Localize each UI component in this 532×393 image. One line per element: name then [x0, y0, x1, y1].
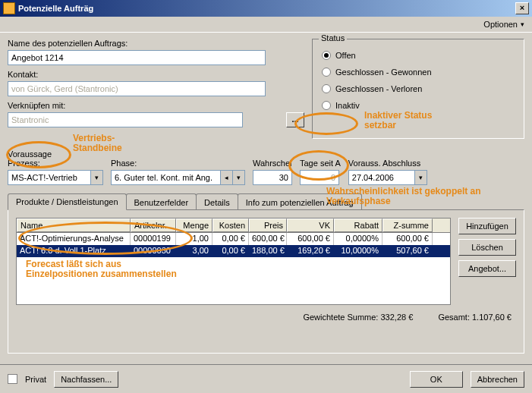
- privat-checkbox[interactable]: [8, 374, 17, 384]
- ok-button[interactable]: OK: [410, 371, 463, 388]
- abschluss-date[interactable]: ▾: [348, 170, 427, 185]
- chevron-down-icon[interactable]: ▾: [233, 170, 245, 185]
- radio-icon: [322, 51, 331, 60]
- col-menge[interactable]: Menge: [176, 219, 212, 232]
- cell-name: ACT! 6.0 d. Voll 1-Platz: [17, 245, 131, 257]
- status-gewonnen[interactable]: Geschlossen - Gewonnen: [320, 64, 516, 80]
- options-menu-label: Optionen: [483, 20, 518, 29]
- prozess-value[interactable]: [8, 170, 91, 185]
- tab-panel: Name Artikelnr. Menge Kosten Preis VK Ra…: [8, 209, 524, 354]
- chevron-down-icon[interactable]: ▾: [91, 170, 103, 185]
- cell-zsumme: 507,60 €: [382, 245, 433, 257]
- cell-rabatt: 0,0000%: [334, 233, 382, 245]
- hinzufuegen-button[interactable]: Hinzufügen: [458, 218, 516, 234]
- close-icon[interactable]: ×: [515, 2, 529, 14]
- col-artnr[interactable]: Artikelnr.: [131, 219, 176, 232]
- tab-strip: Produkte / Dienstleistungen Benutzerfeld…: [8, 193, 524, 210]
- status-group: Status Offen Geschlossen - Gewonnen Gesc…: [312, 39, 524, 139]
- dialog-buttons: Privat Nachfassen... OK Abbrechen: [0, 364, 532, 393]
- chevron-down-icon[interactable]: ▾: [415, 170, 427, 185]
- gewichtete-summe: Gewichtete Summe: 332,28 €: [303, 313, 413, 322]
- totals-row: Gewichtete Summe: 332,28 € Gesamt: 1.107…: [16, 305, 516, 322]
- col-rabatt[interactable]: Rabatt: [334, 219, 382, 232]
- prozess-label2: Prozess:: [8, 159, 40, 168]
- chevron-left-icon[interactable]: ◂: [221, 170, 233, 185]
- verknuepfen-label: Verknüpfen mit:: [8, 101, 282, 110]
- gesamt-summe: Gesamt: 1.107,60 €: [438, 313, 512, 322]
- status-inaktiv-label: Inaktiv: [335, 101, 360, 110]
- prozess-label1: Voraussage: [8, 149, 52, 159]
- kontakt-input: [8, 81, 266, 96]
- cell-rabatt: 10,0000%: [334, 245, 382, 257]
- options-menu[interactable]: Optionen ▾: [480, 18, 527, 30]
- radio-icon: [322, 101, 331, 110]
- status-gewonnen-label: Geschlossen - Gewonnen: [335, 68, 432, 77]
- cancel-button[interactable]: Abbrechen: [471, 371, 524, 388]
- privat-label: Privat: [25, 375, 46, 384]
- nachfassen-button[interactable]: Nachfassen...: [54, 371, 118, 388]
- status-verloren-label: Geschlossen - Verloren: [335, 84, 422, 93]
- cell-preis: 600,00 €: [249, 233, 287, 245]
- tage-label: Tage seit A: [300, 159, 341, 168]
- phase-select[interactable]: ◂ ▾: [111, 170, 245, 185]
- col-zsumme[interactable]: Z-summe: [382, 219, 433, 232]
- col-kosten[interactable]: Kosten: [212, 219, 249, 232]
- phase-value[interactable]: [111, 170, 221, 185]
- loeschen-button[interactable]: Löschen: [458, 239, 516, 256]
- kontakt-label: Kontakt:: [8, 70, 304, 79]
- tab-benutzerfelder[interactable]: Benutzerfelder: [126, 193, 197, 210]
- col-name[interactable]: Name: [17, 219, 131, 232]
- cell-kosten: 0,00 €: [212, 233, 249, 245]
- radio-icon: [322, 68, 331, 77]
- abschluss-label: Vorauss. Abschluss: [348, 159, 427, 168]
- verknuepfen-input: [8, 112, 243, 127]
- products-grid[interactable]: Name Artikelnr. Menge Kosten Preis VK Ra…: [16, 218, 451, 305]
- table-row[interactable]: ACT!-Optimierungs-Analyse000001991,000,0…: [17, 233, 450, 245]
- cell-menge: 1,00: [176, 233, 212, 245]
- status-offen[interactable]: Offen: [320, 47, 516, 64]
- chevron-down-icon: ▾: [521, 20, 524, 28]
- verknuepfen-browse-button[interactable]: ...: [286, 112, 304, 127]
- app-icon: [3, 2, 15, 14]
- wahrscheinlichkeit-input[interactable]: [253, 170, 292, 185]
- cell-preis: 188,00 €: [249, 245, 287, 257]
- abschluss-value[interactable]: [348, 170, 415, 185]
- cell-vk: 169,20 €: [287, 245, 334, 257]
- menu-bar: Optionen ▾: [0, 17, 532, 33]
- tage-input: [300, 170, 339, 185]
- wahrsch-label: Wahrschei: [253, 159, 292, 168]
- table-row[interactable]: ACT! 6.0 d. Voll 1-Platz000000303,000,00…: [17, 245, 450, 257]
- cell-kosten: 0,00 €: [212, 245, 249, 257]
- cell-name: ACT!-Optimierungs-Analyse: [17, 233, 131, 245]
- status-offen-label: Offen: [335, 51, 356, 60]
- tab-info[interactable]: Info zum potenziellen Auftrag: [238, 193, 362, 210]
- prozess-select[interactable]: ▾: [8, 170, 103, 185]
- cell-zsumme: 600,00 €: [382, 233, 433, 245]
- cell-artnr: 00000030: [131, 245, 176, 257]
- window-title: Potenzielle Aufträg: [18, 4, 93, 13]
- status-verloren[interactable]: Geschlossen - Verloren: [320, 80, 516, 97]
- status-inaktiv[interactable]: Inaktiv: [320, 97, 516, 114]
- name-label: Name des potenziellen Auftrags:: [8, 39, 304, 48]
- status-legend: Status: [319, 33, 347, 42]
- cell-artnr: 00000199: [131, 233, 176, 245]
- angebot-button[interactable]: Angebot...: [458, 260, 516, 277]
- radio-icon: [322, 84, 331, 93]
- cell-vk: 600,00 €: [287, 233, 334, 245]
- col-preis[interactable]: Preis: [249, 219, 287, 232]
- phase-label: Phase:: [111, 159, 245, 168]
- title-bar: Potenzielle Aufträg ×: [0, 0, 532, 17]
- tab-details[interactable]: Details: [196, 193, 238, 210]
- cell-menge: 3,00: [176, 245, 212, 257]
- col-vk[interactable]: VK: [287, 219, 334, 232]
- tab-produkte[interactable]: Produkte / Dienstleistungen: [8, 193, 127, 210]
- opportunity-name-input[interactable]: [8, 50, 266, 65]
